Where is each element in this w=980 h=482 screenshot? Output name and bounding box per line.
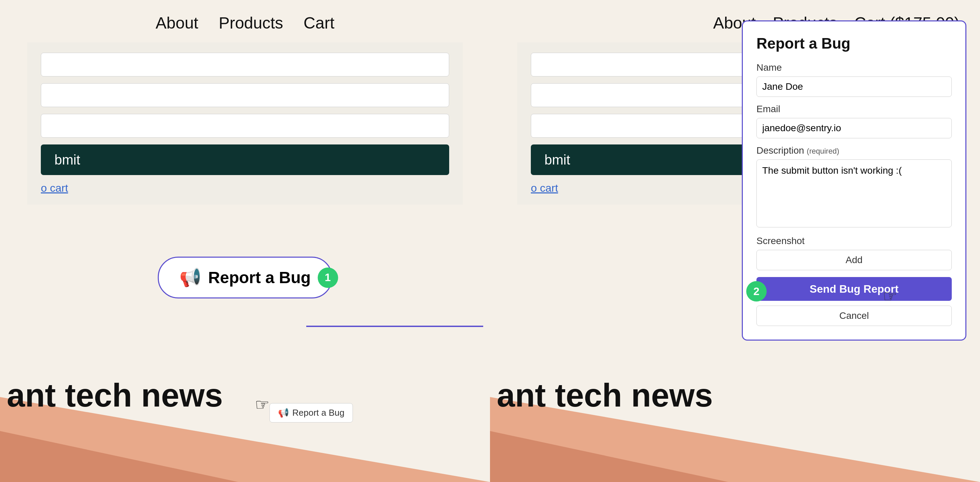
left-report-bug-button[interactable]: 📢 Report a Bug 1: [158, 257, 332, 298]
left-nav-about[interactable]: About: [156, 14, 198, 32]
send-bug-report-button[interactable]: Send Bug Report: [756, 277, 952, 301]
send-btn-wrapper: Send Bug Report 2: [756, 277, 952, 306]
add-screenshot-button[interactable]: Add: [756, 250, 952, 270]
cancel-button[interactable]: Cancel: [756, 306, 952, 326]
description-label: Description (required): [756, 145, 952, 156]
report-bug-label: Report a Bug: [208, 268, 311, 287]
left-panel: About Products Cart bmit o cart ant tech…: [0, 0, 490, 482]
screenshot-section: Screenshot Add: [756, 236, 952, 270]
left-form-input-3[interactable]: [41, 114, 449, 138]
left-form-input-1[interactable]: [41, 53, 449, 76]
left-form-area: bmit o cart: [27, 43, 463, 205]
email-label: Email: [756, 104, 952, 114]
left-form-input-2[interactable]: [41, 83, 449, 107]
bug-report-panel: Report a Bug Name Email Description (req…: [742, 21, 966, 341]
cursor-left: ☞: [255, 395, 269, 414]
left-go-to-cart[interactable]: o cart: [41, 182, 449, 194]
left-nav-products[interactable]: Products: [219, 14, 283, 32]
left-nav-cart[interactable]: Cart: [304, 14, 334, 32]
step-1-circle: 1: [318, 268, 338, 288]
description-textarea[interactable]: The submit button isn't working :(: [756, 159, 952, 227]
description-required: (required): [807, 147, 839, 155]
cursor-right: ☞: [883, 287, 897, 306]
report-bug-tooltip: 📢 Report a Bug: [269, 403, 353, 423]
name-label: Name: [756, 62, 952, 73]
step-2-circle: 2: [746, 281, 767, 301]
megaphone-icon: 📢: [179, 267, 202, 288]
email-input[interactable]: [756, 118, 952, 138]
right-panel: About Products Cart ($175.00) bmit o car…: [490, 0, 980, 482]
screenshot-label: Screenshot: [756, 236, 952, 246]
left-nav: About Products Cart: [0, 0, 490, 43]
bug-report-title: Report a Bug: [756, 35, 952, 52]
tooltip-megaphone-icon: 📢: [278, 407, 289, 418]
name-input[interactable]: [756, 76, 952, 97]
left-report-bug-wrapper: 📢 Report a Bug 1: [158, 352, 332, 394]
tooltip-label: Report a Bug: [292, 407, 344, 418]
right-big-text: ant tech news: [490, 377, 713, 414]
left-submit-button[interactable]: bmit: [41, 144, 449, 175]
